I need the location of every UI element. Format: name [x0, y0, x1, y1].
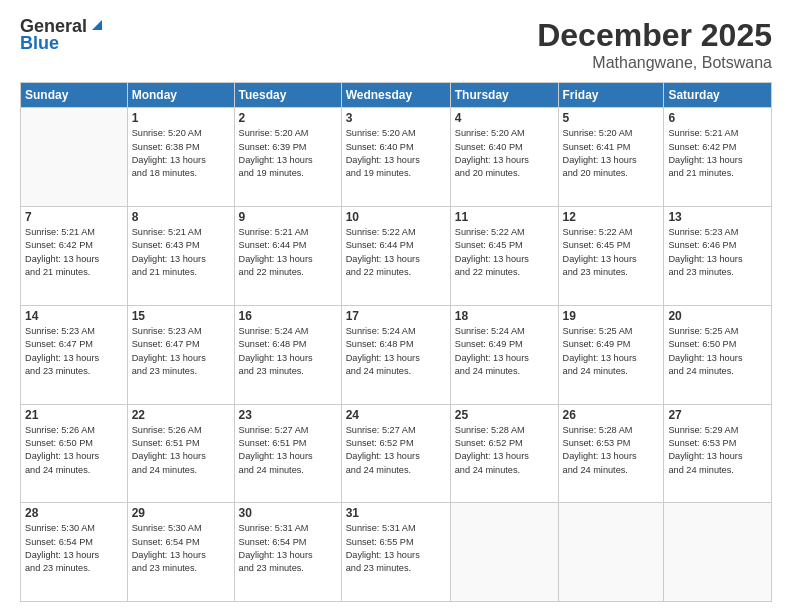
logo-blue-text: Blue: [20, 33, 59, 54]
calendar-cell: 1Sunrise: 5:20 AMSunset: 6:38 PMDaylight…: [127, 108, 234, 207]
day-number: 26: [563, 408, 660, 422]
day-number: 28: [25, 506, 123, 520]
day-info: Sunrise: 5:29 AMSunset: 6:53 PMDaylight:…: [668, 424, 767, 477]
day-number: 10: [346, 210, 446, 224]
day-info: Sunrise: 5:26 AMSunset: 6:51 PMDaylight:…: [132, 424, 230, 477]
calendar-cell: 19Sunrise: 5:25 AMSunset: 6:49 PMDayligh…: [558, 305, 664, 404]
calendar-cell: 8Sunrise: 5:21 AMSunset: 6:43 PMDaylight…: [127, 207, 234, 306]
calendar-cell: 18Sunrise: 5:24 AMSunset: 6:49 PMDayligh…: [450, 305, 558, 404]
month-title: December 2025: [537, 16, 772, 54]
location-title: Mathangwane, Botswana: [537, 54, 772, 72]
day-info: Sunrise: 5:21 AMSunset: 6:42 PMDaylight:…: [668, 127, 767, 180]
calendar-week-row: 14Sunrise: 5:23 AMSunset: 6:47 PMDayligh…: [21, 305, 772, 404]
calendar-cell: [450, 503, 558, 602]
calendar-cell: 12Sunrise: 5:22 AMSunset: 6:45 PMDayligh…: [558, 207, 664, 306]
day-info: Sunrise: 5:31 AMSunset: 6:54 PMDaylight:…: [239, 522, 337, 575]
day-info: Sunrise: 5:28 AMSunset: 6:53 PMDaylight:…: [563, 424, 660, 477]
calendar-table: Sunday Monday Tuesday Wednesday Thursday…: [20, 82, 772, 602]
col-wednesday: Wednesday: [341, 83, 450, 108]
calendar-page: General Blue December 2025 Mathangwane, …: [0, 0, 792, 612]
svg-marker-0: [92, 20, 102, 30]
col-friday: Friday: [558, 83, 664, 108]
day-info: Sunrise: 5:21 AMSunset: 6:44 PMDaylight:…: [239, 226, 337, 279]
calendar-cell: 17Sunrise: 5:24 AMSunset: 6:48 PMDayligh…: [341, 305, 450, 404]
day-number: 15: [132, 309, 230, 323]
day-number: 19: [563, 309, 660, 323]
day-number: 3: [346, 111, 446, 125]
day-info: Sunrise: 5:31 AMSunset: 6:55 PMDaylight:…: [346, 522, 446, 575]
calendar-cell: 27Sunrise: 5:29 AMSunset: 6:53 PMDayligh…: [664, 404, 772, 503]
calendar-week-row: 7Sunrise: 5:21 AMSunset: 6:42 PMDaylight…: [21, 207, 772, 306]
day-number: 2: [239, 111, 337, 125]
calendar-cell: 13Sunrise: 5:23 AMSunset: 6:46 PMDayligh…: [664, 207, 772, 306]
calendar-cell: 22Sunrise: 5:26 AMSunset: 6:51 PMDayligh…: [127, 404, 234, 503]
calendar-cell: 10Sunrise: 5:22 AMSunset: 6:44 PMDayligh…: [341, 207, 450, 306]
calendar-cell: 14Sunrise: 5:23 AMSunset: 6:47 PMDayligh…: [21, 305, 128, 404]
day-number: 22: [132, 408, 230, 422]
day-info: Sunrise: 5:20 AMSunset: 6:40 PMDaylight:…: [455, 127, 554, 180]
calendar-cell: [558, 503, 664, 602]
day-info: Sunrise: 5:30 AMSunset: 6:54 PMDaylight:…: [132, 522, 230, 575]
calendar-cell: 28Sunrise: 5:30 AMSunset: 6:54 PMDayligh…: [21, 503, 128, 602]
calendar-cell: [664, 503, 772, 602]
day-info: Sunrise: 5:23 AMSunset: 6:47 PMDaylight:…: [25, 325, 123, 378]
header: General Blue December 2025 Mathangwane, …: [20, 16, 772, 72]
calendar-cell: 25Sunrise: 5:28 AMSunset: 6:52 PMDayligh…: [450, 404, 558, 503]
col-tuesday: Tuesday: [234, 83, 341, 108]
day-info: Sunrise: 5:23 AMSunset: 6:46 PMDaylight:…: [668, 226, 767, 279]
calendar-cell: 3Sunrise: 5:20 AMSunset: 6:40 PMDaylight…: [341, 108, 450, 207]
day-number: 27: [668, 408, 767, 422]
calendar-cell: 9Sunrise: 5:21 AMSunset: 6:44 PMDaylight…: [234, 207, 341, 306]
day-number: 24: [346, 408, 446, 422]
day-number: 1: [132, 111, 230, 125]
calendar-cell: 30Sunrise: 5:31 AMSunset: 6:54 PMDayligh…: [234, 503, 341, 602]
calendar-cell: 11Sunrise: 5:22 AMSunset: 6:45 PMDayligh…: [450, 207, 558, 306]
day-number: 20: [668, 309, 767, 323]
day-info: Sunrise: 5:21 AMSunset: 6:42 PMDaylight:…: [25, 226, 123, 279]
col-sunday: Sunday: [21, 83, 128, 108]
calendar-cell: 2Sunrise: 5:20 AMSunset: 6:39 PMDaylight…: [234, 108, 341, 207]
day-number: 25: [455, 408, 554, 422]
day-number: 6: [668, 111, 767, 125]
day-number: 29: [132, 506, 230, 520]
day-info: Sunrise: 5:25 AMSunset: 6:49 PMDaylight:…: [563, 325, 660, 378]
day-number: 5: [563, 111, 660, 125]
day-number: 13: [668, 210, 767, 224]
day-number: 14: [25, 309, 123, 323]
calendar-cell: 16Sunrise: 5:24 AMSunset: 6:48 PMDayligh…: [234, 305, 341, 404]
calendar-cell: 21Sunrise: 5:26 AMSunset: 6:50 PMDayligh…: [21, 404, 128, 503]
calendar-week-row: 1Sunrise: 5:20 AMSunset: 6:38 PMDaylight…: [21, 108, 772, 207]
day-number: 30: [239, 506, 337, 520]
day-number: 11: [455, 210, 554, 224]
calendar-week-row: 21Sunrise: 5:26 AMSunset: 6:50 PMDayligh…: [21, 404, 772, 503]
header-row: Sunday Monday Tuesday Wednesday Thursday…: [21, 83, 772, 108]
col-thursday: Thursday: [450, 83, 558, 108]
day-info: Sunrise: 5:22 AMSunset: 6:45 PMDaylight:…: [563, 226, 660, 279]
day-number: 7: [25, 210, 123, 224]
day-number: 12: [563, 210, 660, 224]
day-info: Sunrise: 5:23 AMSunset: 6:47 PMDaylight:…: [132, 325, 230, 378]
day-number: 31: [346, 506, 446, 520]
day-info: Sunrise: 5:20 AMSunset: 6:40 PMDaylight:…: [346, 127, 446, 180]
calendar-week-row: 28Sunrise: 5:30 AMSunset: 6:54 PMDayligh…: [21, 503, 772, 602]
day-info: Sunrise: 5:25 AMSunset: 6:50 PMDaylight:…: [668, 325, 767, 378]
calendar-cell: [21, 108, 128, 207]
day-info: Sunrise: 5:26 AMSunset: 6:50 PMDaylight:…: [25, 424, 123, 477]
title-block: December 2025 Mathangwane, Botswana: [537, 16, 772, 72]
day-info: Sunrise: 5:21 AMSunset: 6:43 PMDaylight:…: [132, 226, 230, 279]
calendar-cell: 15Sunrise: 5:23 AMSunset: 6:47 PMDayligh…: [127, 305, 234, 404]
day-info: Sunrise: 5:27 AMSunset: 6:51 PMDaylight:…: [239, 424, 337, 477]
day-info: Sunrise: 5:24 AMSunset: 6:49 PMDaylight:…: [455, 325, 554, 378]
day-number: 18: [455, 309, 554, 323]
calendar-cell: 20Sunrise: 5:25 AMSunset: 6:50 PMDayligh…: [664, 305, 772, 404]
calendar-cell: 29Sunrise: 5:30 AMSunset: 6:54 PMDayligh…: [127, 503, 234, 602]
day-info: Sunrise: 5:20 AMSunset: 6:38 PMDaylight:…: [132, 127, 230, 180]
calendar-cell: 6Sunrise: 5:21 AMSunset: 6:42 PMDaylight…: [664, 108, 772, 207]
day-number: 4: [455, 111, 554, 125]
day-info: Sunrise: 5:24 AMSunset: 6:48 PMDaylight:…: [346, 325, 446, 378]
logo: General Blue: [20, 16, 106, 54]
calendar-cell: 4Sunrise: 5:20 AMSunset: 6:40 PMDaylight…: [450, 108, 558, 207]
day-info: Sunrise: 5:27 AMSunset: 6:52 PMDaylight:…: [346, 424, 446, 477]
calendar-cell: 24Sunrise: 5:27 AMSunset: 6:52 PMDayligh…: [341, 404, 450, 503]
logo-arrow-icon: [88, 16, 106, 34]
